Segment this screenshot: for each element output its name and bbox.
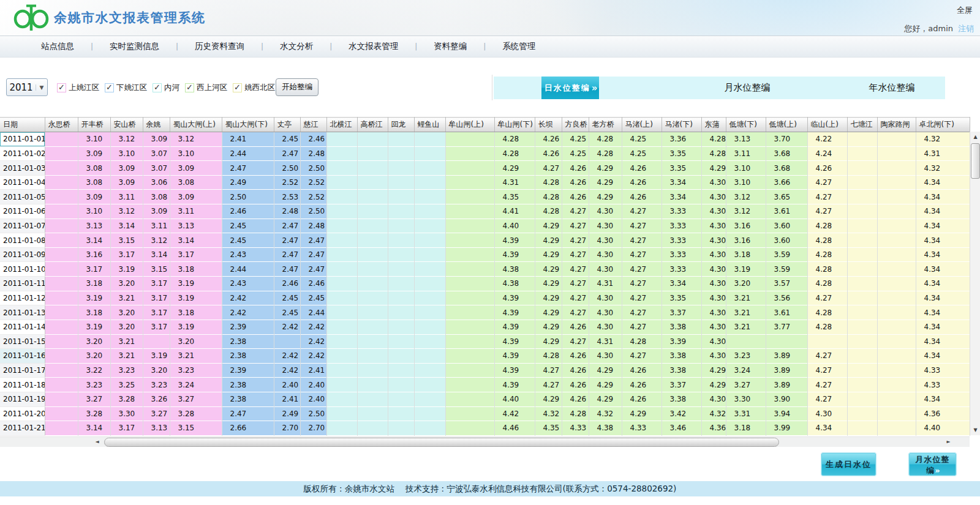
- value-cell[interactable]: 2.49: [222, 175, 274, 190]
- value-cell[interactable]: [414, 262, 445, 277]
- value-cell[interactable]: 4.27: [622, 262, 662, 277]
- value-cell[interactable]: 4.29: [589, 175, 622, 190]
- value-cell[interactable]: 3.14: [143, 247, 170, 262]
- value-cell[interactable]: [414, 291, 445, 305]
- value-cell[interactable]: 4.29: [535, 262, 562, 277]
- column-header[interactable]: 方良桥: [562, 118, 589, 132]
- value-cell[interactable]: 2.52: [300, 175, 326, 190]
- value-cell[interactable]: 4.26: [622, 363, 662, 378]
- value-cell[interactable]: 4.26: [622, 161, 662, 176]
- value-cell[interactable]: [847, 204, 877, 219]
- value-cell[interactable]: 4.27: [562, 305, 589, 320]
- value-cell[interactable]: 3.30: [110, 406, 143, 421]
- value-cell[interactable]: 3.21: [110, 334, 143, 349]
- value-cell[interactable]: 3.10: [78, 132, 110, 147]
- value-cell[interactable]: [877, 349, 916, 364]
- value-cell[interactable]: [877, 406, 916, 421]
- value-cell[interactable]: 4.40: [494, 392, 535, 406]
- value-cell[interactable]: 4.30: [701, 291, 726, 305]
- value-cell[interactable]: 3.18: [78, 277, 110, 291]
- date-cell[interactable]: 2011-01-08: [0, 233, 45, 248]
- value-cell[interactable]: 4.26: [562, 190, 589, 204]
- value-cell[interactable]: [847, 406, 877, 421]
- value-cell[interactable]: 4.30: [589, 291, 622, 305]
- value-cell[interactable]: 4.28: [807, 262, 847, 277]
- value-cell[interactable]: 2.50: [222, 190, 274, 204]
- value-cell[interactable]: [877, 277, 916, 291]
- value-cell[interactable]: 4.26: [562, 320, 589, 334]
- value-cell[interactable]: [326, 421, 357, 436]
- value-cell[interactable]: [357, 132, 388, 147]
- value-cell[interactable]: 3.90: [766, 392, 807, 406]
- date-cell[interactable]: 2011-01-16: [0, 349, 45, 364]
- value-cell[interactable]: 2.45: [222, 233, 274, 248]
- value-cell[interactable]: [877, 291, 916, 305]
- value-cell[interactable]: 3.21: [726, 291, 766, 305]
- value-cell[interactable]: 4.40: [916, 421, 970, 436]
- value-cell[interactable]: 3.12: [110, 204, 143, 219]
- value-cell[interactable]: 4.27: [622, 320, 662, 334]
- value-cell[interactable]: 2.42: [300, 320, 326, 334]
- value-cell[interactable]: [445, 363, 494, 378]
- filter-checkbox-2[interactable]: ✓下姚江区: [105, 83, 147, 93]
- value-cell[interactable]: 3.08: [78, 161, 110, 176]
- value-cell[interactable]: [445, 320, 494, 334]
- value-cell[interactable]: [445, 392, 494, 406]
- date-cell[interactable]: 2011-01-12: [0, 291, 45, 305]
- value-cell[interactable]: 4.29: [535, 334, 562, 349]
- value-cell[interactable]: 4.26: [562, 378, 589, 392]
- value-cell[interactable]: 4.30: [701, 262, 726, 277]
- value-cell[interactable]: [326, 277, 357, 291]
- value-cell[interactable]: 4.39: [494, 291, 535, 305]
- value-cell[interactable]: 2.41: [300, 363, 326, 378]
- value-cell[interactable]: 3.35: [662, 161, 701, 176]
- value-cell[interactable]: 3.17: [110, 247, 143, 262]
- value-cell[interactable]: [445, 406, 494, 421]
- logout-link[interactable]: 注销: [958, 24, 974, 33]
- value-cell[interactable]: [326, 247, 357, 262]
- value-cell[interactable]: 4.30: [589, 233, 622, 248]
- value-cell[interactable]: [877, 132, 916, 147]
- value-cell[interactable]: 4.27: [622, 277, 662, 291]
- value-cell[interactable]: 3.24: [170, 378, 222, 392]
- value-cell[interactable]: 4.26: [622, 378, 662, 392]
- date-cell[interactable]: 2011-01-02: [0, 146, 45, 161]
- value-cell[interactable]: [414, 204, 445, 219]
- value-cell[interactable]: 2.46: [300, 132, 326, 147]
- value-cell[interactable]: 3.65: [766, 190, 807, 204]
- value-cell[interactable]: [357, 334, 388, 349]
- value-cell[interactable]: 4.27: [562, 247, 589, 262]
- value-cell[interactable]: 3.19: [170, 277, 222, 291]
- value-cell[interactable]: 3.31: [726, 406, 766, 421]
- value-cell[interactable]: [445, 175, 494, 190]
- value-cell[interactable]: 3.07: [143, 161, 170, 176]
- value-cell[interactable]: [357, 247, 388, 262]
- value-cell[interactable]: [326, 349, 357, 364]
- value-cell[interactable]: [357, 349, 388, 364]
- value-cell[interactable]: 4.34: [916, 204, 970, 219]
- value-cell[interactable]: 4.34: [916, 190, 970, 204]
- date-cell[interactable]: 2011-01-03: [0, 161, 45, 176]
- value-cell[interactable]: [414, 146, 445, 161]
- value-cell[interactable]: [326, 219, 357, 233]
- value-cell[interactable]: 3.07: [143, 146, 170, 161]
- value-cell[interactable]: 4.30: [701, 219, 726, 233]
- value-cell[interactable]: 4.29: [535, 233, 562, 248]
- value-cell[interactable]: 2.39: [222, 320, 274, 334]
- value-cell[interactable]: 3.10: [110, 146, 143, 161]
- value-cell[interactable]: 3.09: [170, 161, 222, 176]
- value-cell[interactable]: 4.30: [701, 277, 726, 291]
- value-cell[interactable]: 4.28: [807, 219, 847, 233]
- value-cell[interactable]: 4.30: [701, 204, 726, 219]
- column-header[interactable]: 老方桥: [589, 118, 622, 132]
- nav-item-3[interactable]: 历史资料查询: [178, 41, 261, 52]
- value-cell[interactable]: [414, 247, 445, 262]
- value-cell[interactable]: 3.22: [78, 363, 110, 378]
- value-cell[interactable]: 4.32: [535, 406, 562, 421]
- value-cell[interactable]: [388, 161, 414, 176]
- value-cell[interactable]: 4.27: [622, 291, 662, 305]
- value-cell[interactable]: 4.28: [535, 190, 562, 204]
- value-cell[interactable]: 3.36: [662, 132, 701, 147]
- value-cell[interactable]: [445, 219, 494, 233]
- column-header[interactable]: 临山(上): [807, 118, 847, 132]
